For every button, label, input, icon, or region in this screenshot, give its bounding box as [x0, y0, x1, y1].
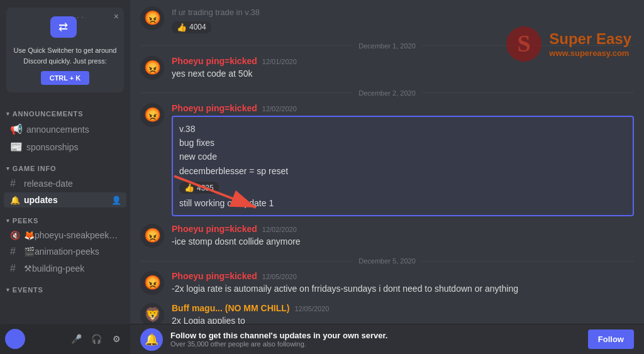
category-game-info[interactable]: ▾ GAME INFO [0, 156, 130, 175]
message-header: Phoeyu ping=kicked 12/01/2020 [172, 56, 634, 66]
chevron-down-icon: ▾ [6, 287, 10, 293]
timestamp: 12/02/2020 [262, 105, 297, 113]
username: Buff magu... (NO MM CHILL) [172, 303, 289, 313]
username: Phoeyu ping=kicked [172, 103, 257, 113]
reaction-badge[interactable]: 👍 4004 [172, 21, 211, 33]
category-events[interactable]: ▾ EVENTS [0, 277, 130, 296]
follow-bar-texts: Follow to get this channel's updates in … [170, 331, 580, 348]
close-icon[interactable]: × [114, 11, 119, 21]
chevron-down-icon: ▾ [6, 111, 10, 117]
dots-decoration: · · [77, 14, 84, 21]
message-content: Phoeyu ping=kicked 12/02/2020 v.38 bug f… [172, 103, 634, 217]
message-header: Phoeyu ping=kicked 12/02/2020 [172, 224, 634, 234]
chevron-down-icon: ▾ [6, 165, 10, 172]
partial-message-text: If ur trading trade in v.38 [172, 6, 634, 19]
message-content: Phoeyu ping=kicked 12/02/2020 -ice stomp… [172, 224, 634, 248]
headphone-icon[interactable]: 🎧 [87, 330, 105, 348]
message-content: If ur trading trade in v.38 👍 4004 [172, 6, 634, 33]
channel-list: ▾ ANNOUNCEMENTS 📢 announcements 📰 sponso… [0, 99, 130, 324]
speaker-icon: 🔇 [10, 231, 20, 240]
category-announcements[interactable]: ▾ ANNOUNCEMENTS [0, 101, 130, 120]
reaction-badge[interactable]: 👍 4335 [179, 182, 219, 194]
timestamp: 12/02/2020 [262, 226, 297, 233]
highlighted-message-box: v.38 bug fixes new code decemberblesser … [172, 116, 634, 217]
channel-announcements[interactable]: 📢 announcements [4, 121, 126, 138]
hash-icon: # [10, 246, 20, 257]
main-content: S Super Easy www.supereasy.com 😡 If ur t… [130, 0, 644, 354]
settings-icon[interactable]: ⚙ [108, 330, 125, 348]
timestamp: 12/05/2020 [294, 305, 329, 313]
message-content: Phoeyu ping=kicked 12/05/2020 -2x logia … [172, 271, 634, 296]
message-content: Buff magu... (NO MM CHILL) 12/05/2020 2x… [172, 303, 634, 324]
message-text: yes next code at 50k [172, 67, 634, 80]
date-divider-dec2: December 2, 2020 [140, 89, 634, 97]
hash-icon: # [10, 178, 20, 189]
speaker-icon: 🔔 [10, 196, 20, 205]
keyboard-shortcut: CTRL + K [41, 71, 90, 85]
message-row: 😡 Phoeyu ping=kicked 12/02/2020 -ice sto… [140, 224, 634, 248]
follow-bar-title: Follow to get this channel's updates in … [170, 331, 580, 340]
hash-icon: 📰 [10, 141, 23, 153]
message-row: 😡 Phoeyu ping=kicked 12/05/2020 -2x logi… [140, 271, 634, 296]
message-line: v.38 [179, 122, 626, 136]
channel-phoeyu-sneakpeeks[interactable]: 🔇 🦊phoeyu-sneakpeeks🎴 [4, 228, 126, 243]
add-user-icon[interactable]: 👤 [111, 196, 121, 205]
sidebar: × ⇄ · · Use Quick Switcher to get around… [0, 0, 130, 354]
message-header: Phoeyu ping=kicked 12/05/2020 [172, 271, 634, 281]
chevron-down-icon: ▾ [6, 218, 10, 224]
message-text: -ice stomp dosnt collide anymore [172, 235, 634, 248]
message-line: decemberblesser = sp reset [179, 164, 626, 178]
messages-area[interactable]: 😡 If ur trading trade in v.38 👍 4004 Dec… [130, 0, 644, 324]
quick-switcher-icon-wrap: ⇄ · · [50, 16, 80, 41]
thumbs-up-emoji: 👍 [184, 183, 194, 192]
avatar: 🦁 [140, 303, 164, 324]
avatar: 😡 [140, 103, 164, 127]
hash-icon: 📢 [10, 123, 23, 135]
channel-sponsorships[interactable]: 📰 sponsorships [4, 138, 126, 155]
message-extra-line: still working on update 1 [179, 196, 626, 210]
avatar: 😡 [140, 56, 164, 80]
microphone-icon[interactable]: 🎤 [67, 330, 85, 348]
hash-icon: # [10, 263, 20, 274]
avatar: 😡 [140, 224, 164, 248]
message-row: 😡 If ur trading trade in v.38 👍 4004 [140, 6, 634, 33]
thumbs-up-emoji: 👍 [177, 23, 187, 32]
message-text: 2x Logia applies to [172, 314, 634, 324]
channel-updates[interactable]: 🔔 updates 👤 [4, 192, 126, 207]
timestamp: 12/05/2020 [262, 273, 297, 280]
follow-bar-subtitle: Over 35,000 other people are also follow… [170, 340, 580, 348]
username: Phoeyu ping=kicked [172, 56, 257, 66]
bell-icon: 🔔 [140, 328, 163, 351]
channel-release-date[interactable]: # release-date [4, 175, 126, 192]
avatar: 😡 [140, 6, 164, 30]
arrows-icon: ⇄ [50, 16, 77, 38]
message-row: 😡 Phoeyu ping=kicked 12/02/2020 v.38 bug… [140, 103, 634, 217]
channel-building-peek[interactable]: # ⚒building-peek [4, 260, 126, 277]
message-header: Buff magu... (NO MM CHILL) 12/05/2020 [172, 303, 634, 313]
message-line: bug fixes [179, 136, 626, 150]
quick-switcher-panel: × ⇄ · · Use Quick Switcher to get around… [6, 8, 124, 92]
avatar [5, 329, 25, 349]
message-content: Phoeyu ping=kicked 12/01/2020 yes next c… [172, 56, 634, 80]
user-bar: 🎤 🎧 ⚙ [0, 324, 130, 354]
message-row: 😡 Phoeyu ping=kicked 12/01/2020 yes next… [140, 56, 634, 80]
follow-button[interactable]: Follow [588, 329, 634, 349]
category-peeks[interactable]: ▾ PEEKS [0, 208, 130, 227]
message-header: Phoeyu ping=kicked 12/02/2020 [172, 103, 634, 113]
username: Phoeyu ping=kicked [172, 271, 257, 281]
user-bar-actions: 🎤 🎧 ⚙ [67, 330, 125, 348]
username: Phoeyu ping=kicked [172, 224, 257, 234]
message-text: -2x logia rate is automaily active on fr… [172, 282, 634, 296]
quick-switcher-text: Use Quick Switcher to get around Discord… [13, 45, 118, 66]
date-divider-dec1: December 1, 2020 [140, 42, 634, 50]
message-row: 🦁 Buff magu... (NO MM CHILL) 12/05/2020 … [140, 303, 634, 324]
avatar: 😡 [140, 271, 164, 295]
timestamp: 12/01/2020 [262, 58, 297, 65]
date-divider-dec5: December 5, 2020 [140, 257, 634, 265]
follow-bar: 🔔 Follow to get this channel's updates i… [130, 324, 644, 354]
channel-animation-peeks[interactable]: # 🎬animation-peeks [4, 243, 126, 260]
message-line: new code [179, 150, 626, 163]
